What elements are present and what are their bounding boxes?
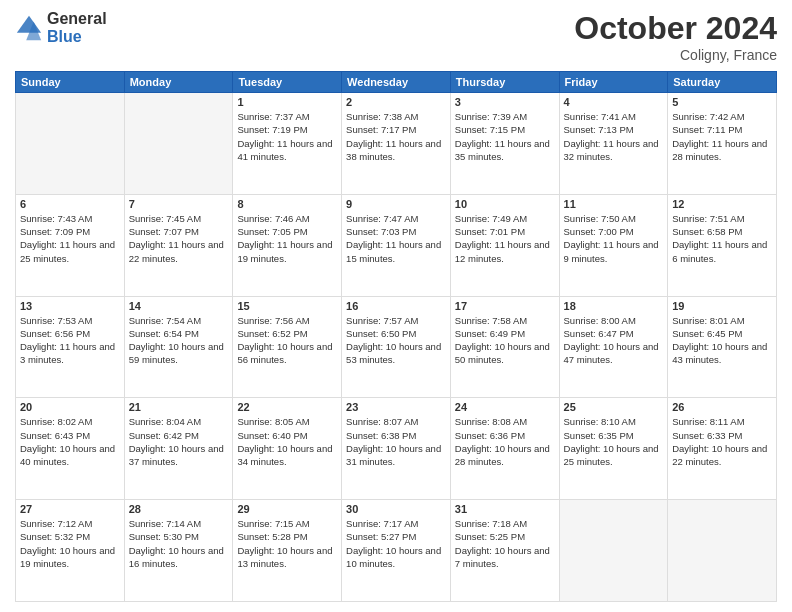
day-info: Sunrise: 8:07 AM Sunset: 6:38 PM Dayligh… bbox=[346, 415, 446, 468]
calendar-cell: 5Sunrise: 7:42 AM Sunset: 7:11 PM Daylig… bbox=[668, 93, 777, 195]
day-info: Sunrise: 7:46 AM Sunset: 7:05 PM Dayligh… bbox=[237, 212, 337, 265]
calendar-week-5: 27Sunrise: 7:12 AM Sunset: 5:32 PM Dayli… bbox=[16, 500, 777, 602]
calendar-cell: 18Sunrise: 8:00 AM Sunset: 6:47 PM Dayli… bbox=[559, 296, 668, 398]
calendar-cell: 1Sunrise: 7:37 AM Sunset: 7:19 PM Daylig… bbox=[233, 93, 342, 195]
day-info: Sunrise: 7:54 AM Sunset: 6:54 PM Dayligh… bbox=[129, 314, 229, 367]
calendar-cell: 19Sunrise: 8:01 AM Sunset: 6:45 PM Dayli… bbox=[668, 296, 777, 398]
calendar-week-4: 20Sunrise: 8:02 AM Sunset: 6:43 PM Dayli… bbox=[16, 398, 777, 500]
calendar-cell: 29Sunrise: 7:15 AM Sunset: 5:28 PM Dayli… bbox=[233, 500, 342, 602]
calendar-cell: 9Sunrise: 7:47 AM Sunset: 7:03 PM Daylig… bbox=[342, 194, 451, 296]
day-info: Sunrise: 7:49 AM Sunset: 7:01 PM Dayligh… bbox=[455, 212, 555, 265]
calendar-cell: 4Sunrise: 7:41 AM Sunset: 7:13 PM Daylig… bbox=[559, 93, 668, 195]
day-number: 26 bbox=[672, 401, 772, 413]
day-info: Sunrise: 7:17 AM Sunset: 5:27 PM Dayligh… bbox=[346, 517, 446, 570]
calendar-cell: 25Sunrise: 8:10 AM Sunset: 6:35 PM Dayli… bbox=[559, 398, 668, 500]
day-number: 2 bbox=[346, 96, 446, 108]
day-info: Sunrise: 7:12 AM Sunset: 5:32 PM Dayligh… bbox=[20, 517, 120, 570]
calendar-cell: 17Sunrise: 7:58 AM Sunset: 6:49 PM Dayli… bbox=[450, 296, 559, 398]
logo-text: General Blue bbox=[47, 10, 107, 45]
day-info: Sunrise: 7:47 AM Sunset: 7:03 PM Dayligh… bbox=[346, 212, 446, 265]
calendar-cell: 14Sunrise: 7:54 AM Sunset: 6:54 PM Dayli… bbox=[124, 296, 233, 398]
logo-blue-text: Blue bbox=[47, 28, 107, 46]
calendar-cell: 7Sunrise: 7:45 AM Sunset: 7:07 PM Daylig… bbox=[124, 194, 233, 296]
header: General Blue October 2024 Coligny, Franc… bbox=[15, 10, 777, 63]
calendar-cell: 27Sunrise: 7:12 AM Sunset: 5:32 PM Dayli… bbox=[16, 500, 125, 602]
day-number: 3 bbox=[455, 96, 555, 108]
day-number: 9 bbox=[346, 198, 446, 210]
day-info: Sunrise: 7:53 AM Sunset: 6:56 PM Dayligh… bbox=[20, 314, 120, 367]
day-info: Sunrise: 7:41 AM Sunset: 7:13 PM Dayligh… bbox=[564, 110, 664, 163]
day-info: Sunrise: 7:15 AM Sunset: 5:28 PM Dayligh… bbox=[237, 517, 337, 570]
day-info: Sunrise: 7:50 AM Sunset: 7:00 PM Dayligh… bbox=[564, 212, 664, 265]
weekday-thursday: Thursday bbox=[450, 72, 559, 93]
calendar-week-1: 1Sunrise: 7:37 AM Sunset: 7:19 PM Daylig… bbox=[16, 93, 777, 195]
day-info: Sunrise: 8:10 AM Sunset: 6:35 PM Dayligh… bbox=[564, 415, 664, 468]
calendar-cell: 23Sunrise: 8:07 AM Sunset: 6:38 PM Dayli… bbox=[342, 398, 451, 500]
calendar-cell: 15Sunrise: 7:56 AM Sunset: 6:52 PM Dayli… bbox=[233, 296, 342, 398]
day-number: 15 bbox=[237, 300, 337, 312]
day-info: Sunrise: 7:43 AM Sunset: 7:09 PM Dayligh… bbox=[20, 212, 120, 265]
calendar-cell bbox=[16, 93, 125, 195]
calendar-cell: 21Sunrise: 8:04 AM Sunset: 6:42 PM Dayli… bbox=[124, 398, 233, 500]
day-info: Sunrise: 8:05 AM Sunset: 6:40 PM Dayligh… bbox=[237, 415, 337, 468]
logo: General Blue bbox=[15, 10, 107, 45]
calendar-cell: 3Sunrise: 7:39 AM Sunset: 7:15 PM Daylig… bbox=[450, 93, 559, 195]
day-info: Sunrise: 8:01 AM Sunset: 6:45 PM Dayligh… bbox=[672, 314, 772, 367]
day-info: Sunrise: 7:45 AM Sunset: 7:07 PM Dayligh… bbox=[129, 212, 229, 265]
day-info: Sunrise: 7:57 AM Sunset: 6:50 PM Dayligh… bbox=[346, 314, 446, 367]
day-info: Sunrise: 8:02 AM Sunset: 6:43 PM Dayligh… bbox=[20, 415, 120, 468]
day-info: Sunrise: 7:42 AM Sunset: 7:11 PM Dayligh… bbox=[672, 110, 772, 163]
day-number: 18 bbox=[564, 300, 664, 312]
day-number: 31 bbox=[455, 503, 555, 515]
weekday-friday: Friday bbox=[559, 72, 668, 93]
weekday-monday: Monday bbox=[124, 72, 233, 93]
day-info: Sunrise: 8:08 AM Sunset: 6:36 PM Dayligh… bbox=[455, 415, 555, 468]
weekday-row: Sunday Monday Tuesday Wednesday Thursday… bbox=[16, 72, 777, 93]
subtitle: Coligny, France bbox=[574, 47, 777, 63]
day-number: 13 bbox=[20, 300, 120, 312]
calendar-cell: 31Sunrise: 7:18 AM Sunset: 5:25 PM Dayli… bbox=[450, 500, 559, 602]
calendar-cell: 24Sunrise: 8:08 AM Sunset: 6:36 PM Dayli… bbox=[450, 398, 559, 500]
calendar-cell: 10Sunrise: 7:49 AM Sunset: 7:01 PM Dayli… bbox=[450, 194, 559, 296]
day-info: Sunrise: 7:56 AM Sunset: 6:52 PM Dayligh… bbox=[237, 314, 337, 367]
page: General Blue October 2024 Coligny, Franc… bbox=[0, 0, 792, 612]
day-info: Sunrise: 7:18 AM Sunset: 5:25 PM Dayligh… bbox=[455, 517, 555, 570]
main-title: October 2024 bbox=[574, 10, 777, 47]
day-info: Sunrise: 7:38 AM Sunset: 7:17 PM Dayligh… bbox=[346, 110, 446, 163]
calendar-cell: 28Sunrise: 7:14 AM Sunset: 5:30 PM Dayli… bbox=[124, 500, 233, 602]
day-number: 1 bbox=[237, 96, 337, 108]
day-number: 19 bbox=[672, 300, 772, 312]
calendar-cell bbox=[559, 500, 668, 602]
logo-general-text: General bbox=[47, 10, 107, 28]
weekday-tuesday: Tuesday bbox=[233, 72, 342, 93]
day-number: 23 bbox=[346, 401, 446, 413]
weekday-saturday: Saturday bbox=[668, 72, 777, 93]
logo-icon bbox=[15, 14, 43, 42]
calendar-cell: 2Sunrise: 7:38 AM Sunset: 7:17 PM Daylig… bbox=[342, 93, 451, 195]
calendar: Sunday Monday Tuesday Wednesday Thursday… bbox=[15, 71, 777, 602]
calendar-cell bbox=[124, 93, 233, 195]
day-number: 5 bbox=[672, 96, 772, 108]
day-info: Sunrise: 7:58 AM Sunset: 6:49 PM Dayligh… bbox=[455, 314, 555, 367]
calendar-cell: 8Sunrise: 7:46 AM Sunset: 7:05 PM Daylig… bbox=[233, 194, 342, 296]
day-info: Sunrise: 8:00 AM Sunset: 6:47 PM Dayligh… bbox=[564, 314, 664, 367]
calendar-header: Sunday Monday Tuesday Wednesday Thursday… bbox=[16, 72, 777, 93]
day-number: 27 bbox=[20, 503, 120, 515]
calendar-cell: 30Sunrise: 7:17 AM Sunset: 5:27 PM Dayli… bbox=[342, 500, 451, 602]
calendar-cell: 20Sunrise: 8:02 AM Sunset: 6:43 PM Dayli… bbox=[16, 398, 125, 500]
day-number: 25 bbox=[564, 401, 664, 413]
day-number: 24 bbox=[455, 401, 555, 413]
day-number: 12 bbox=[672, 198, 772, 210]
day-number: 10 bbox=[455, 198, 555, 210]
day-number: 21 bbox=[129, 401, 229, 413]
calendar-week-2: 6Sunrise: 7:43 AM Sunset: 7:09 PM Daylig… bbox=[16, 194, 777, 296]
day-info: Sunrise: 8:11 AM Sunset: 6:33 PM Dayligh… bbox=[672, 415, 772, 468]
title-block: October 2024 Coligny, France bbox=[574, 10, 777, 63]
day-number: 7 bbox=[129, 198, 229, 210]
day-info: Sunrise: 7:14 AM Sunset: 5:30 PM Dayligh… bbox=[129, 517, 229, 570]
weekday-wednesday: Wednesday bbox=[342, 72, 451, 93]
calendar-week-3: 13Sunrise: 7:53 AM Sunset: 6:56 PM Dayli… bbox=[16, 296, 777, 398]
calendar-cell: 16Sunrise: 7:57 AM Sunset: 6:50 PM Dayli… bbox=[342, 296, 451, 398]
day-number: 28 bbox=[129, 503, 229, 515]
weekday-sunday: Sunday bbox=[16, 72, 125, 93]
